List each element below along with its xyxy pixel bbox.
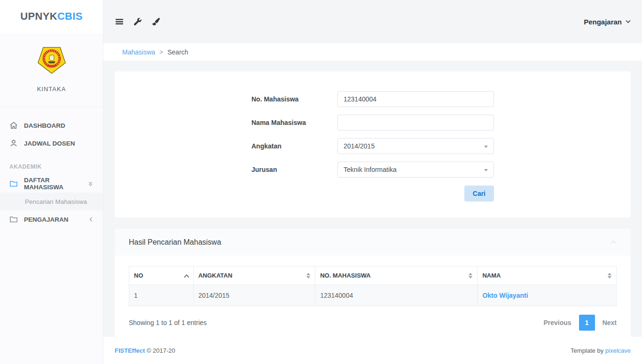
card-options-icon xyxy=(610,239,617,246)
sidebar: UPNYKCBIS KINTAKA DASHBOARD xyxy=(0,0,103,364)
template-by-text: Template by xyxy=(571,347,603,354)
cell-no-mahasiswa: 123140004 xyxy=(315,285,478,306)
sort-icon xyxy=(608,273,611,279)
sidebar-item-pengajaran[interactable]: PENGAJARAN xyxy=(0,210,103,228)
pagination: Previous 1 Next xyxy=(544,315,617,331)
select-caret-icon xyxy=(484,169,488,171)
column-label: NO. MAHASISWA xyxy=(320,272,371,279)
theme-button[interactable] xyxy=(151,17,161,26)
hamburger-icon xyxy=(116,18,124,25)
copyright-text: © 2017-20 xyxy=(147,347,175,354)
sort-icon xyxy=(306,273,310,279)
user-icon xyxy=(9,139,18,147)
jurusan-label: Jurusan xyxy=(251,166,337,173)
cell-angkatan: 2014/2015 xyxy=(193,285,315,306)
column-header-no-mahasiswa[interactable]: NO. MAHASISWA xyxy=(315,266,478,285)
sort-asc-icon xyxy=(184,274,189,279)
wrench-icon xyxy=(134,18,141,25)
pagination-page-1-button[interactable]: 1 xyxy=(579,315,595,331)
jurusan-select[interactable]: Teknik Informatika xyxy=(337,162,494,178)
table-row: 1 2014/2015 123140004 Okto Wijayanti xyxy=(129,285,617,306)
double-chevron-down-icon xyxy=(87,181,94,187)
sidebar-item-jadwal-dosen[interactable]: JADWAL DOSEN xyxy=(0,134,103,152)
cell-nama: Okto Wijayanti xyxy=(478,285,617,306)
brand-primary: UPNYK xyxy=(20,10,57,23)
sort-icon xyxy=(469,273,472,279)
paintbrush-icon xyxy=(152,18,160,25)
profile-username: KINTAKA xyxy=(0,85,103,93)
column-label: NAMA xyxy=(482,272,501,279)
folder-open-icon xyxy=(9,179,18,188)
sidebar-item-label: DAFTAR MAHASISWA xyxy=(24,177,87,191)
account-label: Pengajaran xyxy=(584,18,622,26)
sidebar-nav: DASHBOARD JADWAL DOSEN AKADEMIK DAFTAR M… xyxy=(0,107,103,228)
profile-block: KINTAKA xyxy=(0,33,103,107)
pagination-previous-button[interactable]: Previous xyxy=(544,319,572,326)
chevron-left-icon xyxy=(88,217,94,222)
results-title: Hasil Pencarian Mahasiswa xyxy=(129,238,221,247)
chevron-down-icon xyxy=(626,20,631,23)
nama-mahasiswa-input[interactable] xyxy=(337,115,494,131)
column-header-angkatan[interactable]: ANGKATAN xyxy=(193,266,315,285)
cari-button[interactable]: Cari xyxy=(464,186,494,201)
select-caret-icon xyxy=(484,146,488,148)
cell-no: 1 xyxy=(129,285,194,306)
table-info: Showing 1 to 1 of 1 entries xyxy=(129,319,207,326)
sidebar-item-label: JADWAL DOSEN xyxy=(24,140,75,147)
column-label: NO xyxy=(134,272,143,279)
sidebar-item-pencarian-mahasiswa[interactable]: Pencarian Mahasiswa xyxy=(0,193,103,210)
folder-icon xyxy=(9,215,18,224)
brand-accent: CBIS xyxy=(57,10,83,23)
sidebar-item-daftar-mahasiswa[interactable]: DAFTAR MAHASISWA xyxy=(0,175,103,193)
student-name-link[interactable]: Okto Wijayanti xyxy=(482,292,528,299)
pixelcave-link[interactable]: pixelcave xyxy=(605,347,631,354)
top-header: Pengajaran xyxy=(103,0,642,43)
column-header-no[interactable]: NO xyxy=(129,266,194,285)
sidebar-subitem-label: Pencarian Mahasiswa xyxy=(25,198,87,205)
sidebar-item-dashboard[interactable]: DASHBOARD xyxy=(0,116,103,134)
pagination-next-button[interactable]: Next xyxy=(603,319,617,326)
sidebar-item-label: PENGAJARAN xyxy=(24,216,69,223)
no-mahasiswa-input[interactable] xyxy=(337,91,494,107)
breadcrumb: Mahasiswa > Search xyxy=(103,43,642,61)
app-root: UPNYKCBIS KINTAKA DASHBOARD xyxy=(0,0,642,364)
account-dropdown[interactable]: Pengajaran xyxy=(584,18,631,26)
no-mahasiswa-label: No. Mahasiswa xyxy=(251,95,337,103)
menu-toggle-button[interactable] xyxy=(115,17,124,26)
brand-logo[interactable]: UPNYKCBIS xyxy=(0,0,103,33)
column-label: ANGKATAN xyxy=(198,272,232,279)
breadcrumb-separator: > xyxy=(159,48,163,56)
page-footer: FISTEffect © 2017-20 Template by pixelca… xyxy=(103,337,642,364)
breadcrumb-current: Search xyxy=(167,48,188,56)
nama-mahasiswa-label: Nama Mahasiswa xyxy=(251,119,337,126)
angkatan-select[interactable]: 2014/2015 xyxy=(337,138,494,154)
fisteffect-link[interactable]: FISTEffect xyxy=(115,347,145,354)
angkatan-selected-value: 2014/2015 xyxy=(344,142,375,150)
results-table: NO ANGKATAN NO. MAHASISWA NAMA xyxy=(129,266,617,306)
settings-button[interactable] xyxy=(133,17,142,26)
angkatan-label: Angkatan xyxy=(251,142,337,150)
sidebar-item-label: DASHBOARD xyxy=(24,122,65,129)
column-header-nama[interactable]: NAMA xyxy=(478,266,617,285)
breadcrumb-link-mahasiswa[interactable]: Mahasiswa xyxy=(122,48,155,56)
jurusan-selected-value: Teknik Informatika xyxy=(344,166,397,173)
university-emblem-icon xyxy=(37,45,66,74)
search-form-card: No. Mahasiswa Nama Mahasiswa Angkatan 20… xyxy=(115,71,631,217)
home-icon xyxy=(9,121,18,130)
results-card: Hasil Pencarian Mahasiswa NO ANGKATAN NO xyxy=(115,229,631,340)
sidebar-section-akademik: AKADEMIK xyxy=(9,163,94,170)
